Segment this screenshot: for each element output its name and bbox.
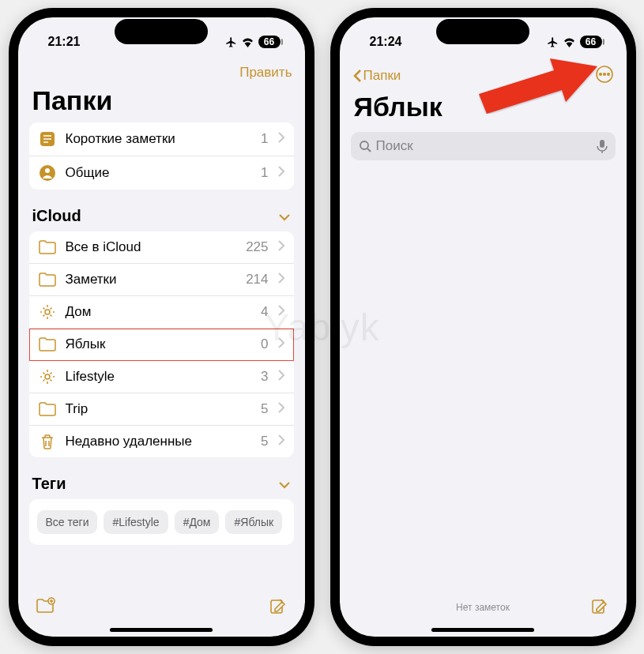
page-title: Яблык: [340, 90, 627, 129]
folder-label: Короткие заметки: [66, 131, 252, 147]
svg-rect-13: [600, 140, 604, 148]
quicknote-icon: [39, 130, 56, 148]
chevron-right-icon: [278, 272, 284, 287]
folder-label: Общие: [66, 165, 252, 181]
folder-count: 225: [246, 239, 268, 255]
compose-button[interactable]: [269, 596, 288, 618]
search-field[interactable]: [351, 132, 616, 160]
section-icloud[interactable]: iCloud: [29, 204, 294, 231]
svg-point-3: [45, 310, 50, 314]
tags-container: Все теги#Lifestyle#Дом#Яблык: [29, 499, 294, 545]
svg-point-10: [603, 73, 605, 76]
folder-row[interactable]: Общие1: [29, 156, 294, 190]
wifi-icon: [563, 37, 576, 47]
toolbar: Нет заметок: [340, 588, 627, 637]
folder-count: 5: [261, 401, 268, 417]
mic-icon[interactable]: [597, 139, 608, 153]
wifi-icon: [241, 37, 254, 47]
folder-row[interactable]: Недавно удаленные5: [29, 426, 294, 457]
section-tags-label: Теги: [32, 475, 66, 493]
folder-icon: [39, 402, 56, 416]
folder-icon: [39, 272, 56, 287]
dynamic-island: [115, 19, 208, 44]
folder-count: 0: [261, 336, 268, 352]
battery-indicator: 66: [258, 36, 281, 48]
edit-button[interactable]: Править: [239, 65, 292, 81]
folder-count: 1: [261, 165, 268, 181]
nav-bar: Папки: [340, 60, 627, 90]
home-indicator: [431, 628, 534, 632]
chevron-right-icon: [278, 240, 284, 254]
more-button[interactable]: [595, 65, 614, 87]
phone-left: 21:21 66 Править Папки Короткие заметки1…: [9, 8, 314, 646]
folder-count: 5: [261, 434, 268, 449]
search-icon: [359, 140, 371, 152]
back-label: Папки: [363, 68, 401, 84]
folder-label: Дом: [66, 304, 252, 320]
airplane-icon: [225, 36, 237, 48]
chevron-right-icon: [278, 402, 284, 416]
status-time: 21:24: [370, 35, 402, 49]
folder-label: Lifestyle: [66, 369, 252, 385]
new-folder-button[interactable]: [36, 597, 56, 618]
folder-label: Заметки: [66, 272, 237, 288]
empty-state-text: Нет заметок: [456, 602, 510, 613]
svg-point-11: [607, 73, 609, 76]
phone-right: 21:24 66 Папки: [330, 8, 636, 646]
share-button[interactable]: [565, 65, 581, 87]
svg-point-4: [45, 374, 50, 379]
toolbar: [18, 588, 305, 637]
folder-row[interactable]: Заметки214: [29, 264, 294, 296]
icloud-group: Все в iCloud225Заметки214Дом4Яблык0Lifes…: [29, 231, 294, 457]
chevron-right-icon: [278, 337, 284, 351]
share-icon: [565, 65, 581, 84]
tag-chip[interactable]: #Lifestyle: [104, 510, 168, 534]
shared-icon: [39, 164, 56, 182]
folder-label: Все в iCloud: [66, 239, 237, 255]
svg-point-12: [360, 141, 368, 149]
tag-chip[interactable]: Все теги: [37, 510, 98, 534]
chevron-left-icon: [352, 69, 362, 83]
airplane-icon: [547, 36, 559, 48]
top-group: Короткие заметки1Общие1: [29, 122, 294, 190]
section-tags[interactable]: Теги: [29, 472, 294, 499]
folder-row[interactable]: Все в iCloud225: [29, 231, 294, 264]
search-input[interactable]: [376, 138, 592, 154]
chevron-down-icon: [278, 475, 291, 493]
chevron-down-icon: [278, 207, 291, 225]
folder-label: Яблык: [66, 336, 252, 352]
trash-icon: [39, 434, 56, 449]
folder-row[interactable]: Короткие заметки1: [29, 122, 294, 156]
folder-label: Trip: [66, 401, 252, 417]
folder-count: 214: [246, 272, 268, 288]
folder-row[interactable]: Lifestyle3: [29, 361, 294, 393]
home-indicator: [110, 628, 213, 632]
chevron-right-icon: [278, 370, 284, 384]
folder-count: 4: [261, 304, 268, 320]
ellipsis-circle-icon: [595, 65, 614, 84]
nav-bar: Править: [18, 60, 305, 84]
chevron-right-icon: [278, 166, 284, 180]
tag-chip[interactable]: #Яблык: [225, 510, 282, 534]
section-icloud-label: iCloud: [32, 207, 81, 225]
chevron-right-icon: [278, 132, 284, 146]
chevron-right-icon: [278, 305, 284, 319]
folder-row[interactable]: Дом4: [29, 296, 294, 329]
folder-row[interactable]: Яблык0: [29, 329, 294, 361]
folder-count: 3: [261, 369, 268, 385]
gear-icon: [39, 304, 56, 320]
battery-indicator: 66: [580, 36, 602, 48]
page-title: Папки: [18, 84, 305, 122]
folder-label: Недавно удаленные: [66, 434, 252, 449]
dynamic-island: [436, 19, 529, 44]
folder-count: 1: [261, 131, 268, 147]
compose-button[interactable]: [590, 596, 609, 618]
tag-chip[interactable]: #Дом: [175, 510, 220, 534]
folder-row[interactable]: Trip5: [29, 393, 294, 426]
back-button[interactable]: Папки: [352, 68, 401, 84]
svg-point-9: [599, 73, 601, 76]
status-time: 21:21: [48, 35, 81, 49]
chevron-right-icon: [278, 434, 284, 449]
svg-point-2: [45, 168, 50, 173]
folder-icon: [39, 240, 56, 254]
